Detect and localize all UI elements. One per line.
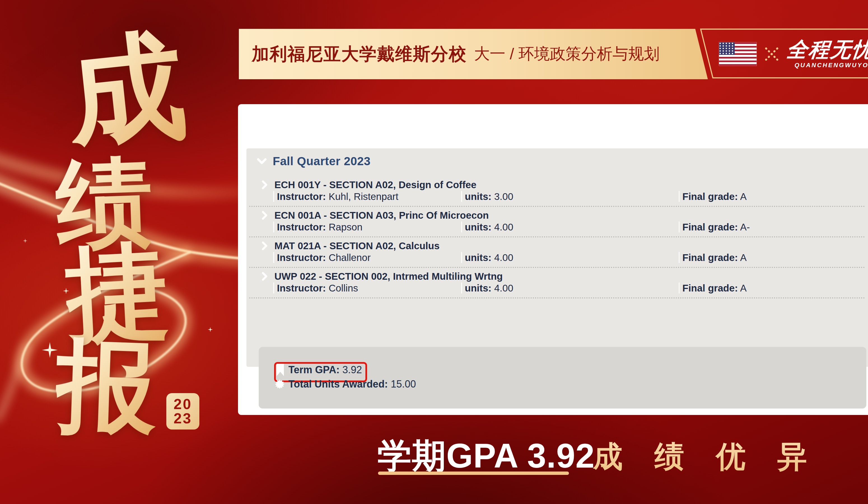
poster: 成 绩 捷 报 20 23 加利福尼亚大学戴维斯分校 大一 / 环境政策分析与规… — [0, 0, 868, 504]
sparkle-icon — [23, 238, 28, 243]
course-title: ECH 001Y - SECTION A02, Design of Coffee — [275, 179, 477, 191]
course-row-title[interactable]: MAT 021A - SECTION A02, Calculus — [261, 240, 440, 251]
header-banner: 加利福尼亚大学戴维斯分校 大一 / 环境政策分析与规划 — [239, 29, 708, 79]
term-summary: Term GPA: 3.92 Total Units Awarded: 15.0… — [259, 347, 866, 409]
chevron-down-icon[interactable] — [257, 158, 267, 165]
term-gpa-value: 3.92 — [342, 364, 362, 376]
units-value: 4.00 — [494, 282, 513, 294]
dotted-separator — [249, 206, 865, 207]
units-value: 4.00 — [494, 252, 513, 263]
chevron-right-icon[interactable] — [261, 241, 268, 250]
course-grade: Final grade: A- — [679, 222, 750, 233]
sparkle-icon — [42, 342, 58, 358]
term-gpa-line: Term GPA: 3.92 — [277, 364, 362, 376]
units-value: 3.00 — [494, 191, 513, 202]
total-units-line: Total Units Awarded: 15.00 — [275, 378, 416, 390]
year-badge: 20 23 — [166, 393, 199, 430]
course-grade: Final grade: A — [679, 191, 747, 202]
award-icon — [275, 379, 285, 389]
units-value: 4.00 — [494, 222, 513, 233]
year-bottom: 23 — [174, 412, 192, 425]
instructor-value: Rapson — [329, 222, 363, 233]
grade-value: A — [740, 252, 746, 263]
sparkle-icon — [208, 327, 213, 332]
brand-logo: 全程无忧 QUANCHENGWUYOU — [787, 39, 868, 69]
course-units: units: 3.00 — [461, 191, 513, 202]
course-units: units: 4.00 — [461, 282, 513, 294]
instructor-value: Collins — [329, 282, 358, 294]
course-units: units: 4.00 — [461, 222, 513, 233]
grade-value: A- — [740, 222, 750, 233]
transcript-card: Fall Quarter 2023 ECH 001Y - SECTION A02… — [238, 104, 868, 415]
brand-logo-cn: 全程无忧 — [786, 39, 868, 60]
course-row-title[interactable]: ECN 001A - SECTION A03, Princ Of Microec… — [261, 210, 489, 221]
dotted-separator — [249, 267, 865, 268]
footer-verdict-text: 成 绩 优 异 — [593, 437, 819, 477]
grade-value: A — [740, 282, 746, 294]
units-label: units: — [465, 282, 492, 294]
chevron-right-icon[interactable] — [261, 180, 268, 189]
total-units-label: Total Units Awarded: — [288, 378, 388, 390]
calligraphy-char-bao: 报 — [54, 334, 158, 439]
term-header[interactable]: Fall Quarter 2023 — [257, 155, 370, 168]
us-flag-icon — [719, 42, 756, 66]
grade-label: Final grade: — [682, 252, 738, 263]
dotted-separator — [249, 297, 865, 298]
course-details: Instructor: Rapson — [273, 222, 362, 233]
total-units-value: 15.00 — [391, 378, 416, 390]
footer-underline — [378, 472, 569, 475]
course-grade: Final grade: A — [679, 252, 747, 263]
course-units: units: 4.00 — [461, 252, 513, 263]
instructor-value: Kuhl, Ristenpart — [329, 191, 399, 202]
course-grade: Final grade: A — [679, 282, 747, 294]
school-name: 加利福尼亚大学戴维斯分校 — [252, 42, 467, 66]
course-title: UWP 022 - SECTION 002, Intrmed Multiling… — [275, 271, 503, 282]
instructor-label: Instructor: — [277, 282, 326, 294]
grade-course: 大一 / 环境政策分析与规划 — [474, 43, 660, 65]
course-title: MAT 021A - SECTION A02, Calculus — [275, 240, 440, 251]
brand-row: 全程无忧 QUANCHENGWUYOU — [719, 36, 868, 72]
units-label: units: — [465, 191, 492, 202]
grade-label: Final grade: — [682, 191, 738, 202]
term-header-label: Fall Quarter 2023 — [273, 155, 370, 168]
grade-value: A — [740, 191, 746, 202]
units-label: units: — [465, 222, 492, 233]
cross-icon — [764, 47, 779, 61]
instructor-label: Instructor: — [277, 252, 326, 263]
course-title: ECN 001A - SECTION A03, Princ Of Microec… — [275, 210, 489, 221]
year-top: 20 — [174, 397, 192, 411]
chevron-right-icon[interactable] — [261, 272, 268, 281]
grade-label: Final grade: — [682, 282, 738, 294]
course-details: Instructor: Collins — [273, 282, 358, 294]
brand-logo-en: QUANCHENGWUYOU — [794, 62, 868, 69]
calligraphy-char-cheng: 成 — [61, 25, 191, 154]
flag-canton — [719, 42, 735, 55]
units-label: units: — [465, 252, 492, 263]
course-details: Instructor: Kuhl, Ristenpart — [273, 191, 399, 202]
grade-label: Final grade: — [682, 222, 738, 233]
instructor-value: Challenor — [329, 252, 371, 263]
term-gpa-label: Term GPA: — [288, 364, 340, 376]
course-row-title[interactable]: ECH 001Y - SECTION A02, Design of Coffee — [261, 179, 477, 191]
course-row-title[interactable]: UWP 022 - SECTION 002, Intrmed Multiling… — [261, 271, 503, 282]
instructor-label: Instructor: — [277, 222, 326, 233]
instructor-label: Instructor: — [277, 191, 326, 202]
bookmark-icon — [277, 364, 284, 376]
course-details: Instructor: Challenor — [273, 252, 371, 263]
transcript-panel: Fall Quarter 2023 ECH 001Y - SECTION A02… — [246, 148, 868, 367]
dotted-separator — [249, 236, 865, 237]
chevron-right-icon[interactable] — [261, 211, 268, 220]
